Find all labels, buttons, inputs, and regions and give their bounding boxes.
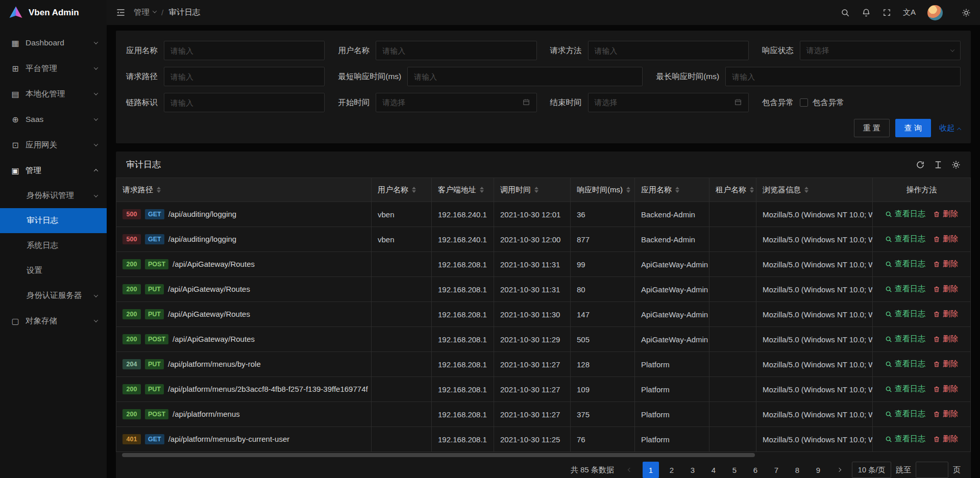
submenu-item-label: 系统日志 (27, 240, 97, 251)
page-button-2[interactable]: 2 (664, 462, 680, 478)
sort-icon[interactable] (412, 187, 416, 193)
filter-input-request-method[interactable] (588, 41, 749, 60)
jump-input[interactable] (916, 462, 948, 478)
sidebar-subitem-audit-log[interactable]: 审计日志 (0, 208, 107, 233)
view-log-button[interactable]: 查看日志 (885, 434, 925, 444)
delete-label: 删除 (943, 434, 958, 444)
column-header[interactable]: 租户名称 (709, 178, 756, 202)
page-button-6[interactable]: 6 (747, 462, 764, 478)
sidebar-item-gateway[interactable]: ⊡应用网关 (0, 132, 107, 158)
column-header[interactable]: 请求路径 (116, 178, 372, 202)
filter-input-user-name[interactable] (376, 41, 536, 60)
filter-input-trace-id[interactable] (164, 93, 325, 112)
view-log-button[interactable]: 查看日志 (885, 284, 925, 294)
prev-page-button[interactable] (622, 462, 638, 478)
delete-button[interactable]: 删除 (933, 259, 958, 269)
menu-fold-icon[interactable] (116, 8, 126, 17)
page-size-select[interactable]: 10 条/页 (852, 462, 891, 478)
sort-icon[interactable] (480, 187, 484, 193)
search-icon[interactable] (841, 8, 850, 17)
page-button-8[interactable]: 8 (789, 462, 805, 478)
sidebar-item-dashboard[interactable]: ▦Dashboard (0, 30, 107, 56)
sort-icon[interactable] (626, 187, 630, 193)
row-height-icon[interactable] (934, 160, 943, 169)
delete-button[interactable]: 删除 (933, 384, 958, 394)
sidebar-subitem-system-log[interactable]: 系统日志 (0, 233, 107, 258)
bell-icon[interactable] (862, 8, 871, 17)
view-log-button[interactable]: 查看日志 (885, 234, 925, 244)
reset-button[interactable]: 重 置 (854, 119, 890, 137)
sidebar-subitem-auth-server[interactable]: 身份认证服务器 (0, 283, 107, 308)
view-log-button[interactable]: 查看日志 (885, 384, 925, 394)
filter-date-start-time[interactable]: 请选择 (376, 93, 536, 112)
filter-date-end-time[interactable]: 请选择 (588, 93, 749, 112)
delete-button[interactable]: 删除 (933, 409, 958, 419)
sort-icon[interactable] (804, 187, 808, 193)
page-button-1[interactable]: 1 (643, 462, 659, 478)
sidebar-subitem-identity[interactable]: 身份标识管理 (0, 183, 107, 208)
delete-button[interactable]: 删除 (933, 309, 958, 319)
sort-icon[interactable] (750, 187, 754, 193)
column-header[interactable]: 用户名称 (372, 178, 432, 202)
logo[interactable]: Vben Admin (0, 0, 107, 25)
sidebar-item-management[interactable]: ▣管理 (0, 158, 107, 183)
query-button[interactable]: 查 询 (895, 119, 931, 137)
sort-icon[interactable] (675, 187, 679, 193)
view-log-button[interactable]: 查看日志 (885, 209, 925, 219)
include-exception-checkbox[interactable] (800, 98, 808, 107)
sidebar-item-object-storage[interactable]: ▢对象存储 (0, 308, 107, 334)
table-row: 204PUT/api/platform/menus/by-role192.168… (116, 352, 971, 377)
delete-button[interactable]: 删除 (933, 434, 958, 444)
next-page-button[interactable] (831, 462, 847, 478)
delete-button[interactable]: 删除 (933, 209, 958, 219)
view-log-label: 查看日志 (895, 234, 925, 244)
column-header[interactable]: 应用名称 (635, 178, 709, 202)
column-header[interactable]: 响应时间(ms) (571, 178, 635, 202)
filter-input-min-elapsed[interactable] (407, 67, 643, 86)
translate-icon[interactable]: 文A (903, 8, 916, 17)
settings-gear-icon[interactable] (962, 8, 971, 17)
page-button-5[interactable]: 5 (726, 462, 743, 478)
browser-info-cell: Mozilla/5.0 (Windows NT 10.0; Win (756, 377, 873, 402)
breadcrumb-item-manage[interactable]: 管理 (134, 7, 156, 18)
filter-input-max-elapsed[interactable] (725, 67, 961, 86)
horizontal-scrollbar[interactable] (116, 452, 971, 458)
page-button-3[interactable]: 3 (684, 462, 701, 478)
view-log-button[interactable]: 查看日志 (885, 409, 925, 419)
scrollbar-thumb[interactable] (122, 453, 755, 457)
column-header[interactable]: 操作方法 (873, 178, 971, 202)
filter-select-response-status[interactable]: 请选择 (800, 41, 961, 60)
filter-input-request-path[interactable] (164, 67, 325, 86)
avatar[interactable] (927, 5, 943, 20)
filter-input-app-name[interactable] (164, 41, 325, 60)
sidebar-item-saas[interactable]: ⊕Saas (0, 107, 107, 132)
topbar-actions: 文A (841, 5, 971, 20)
fullscreen-icon[interactable] (883, 8, 891, 17)
page-button-9[interactable]: 9 (810, 462, 826, 478)
sidebar-item-localization[interactable]: ▤本地化管理 (0, 81, 107, 107)
table-row: 200POST/api/platform/menus192.168.208.12… (116, 402, 971, 427)
sort-icon[interactable] (534, 187, 538, 193)
delete-button[interactable]: 删除 (933, 234, 958, 244)
filter-field-label: 包含异常 (762, 97, 794, 108)
view-log-button[interactable]: 查看日志 (885, 309, 925, 319)
page-button-4[interactable]: 4 (705, 462, 722, 478)
column-header[interactable]: 客户端地址 (432, 178, 494, 202)
checkbox-label: 包含异常 (813, 97, 844, 108)
column-header[interactable]: 调用时间 (494, 178, 571, 202)
view-log-button[interactable]: 查看日志 (885, 334, 925, 344)
column-header[interactable]: 浏览器信息 (756, 178, 873, 202)
delete-button[interactable]: 删除 (933, 284, 958, 294)
sidebar-item-platform[interactable]: ⊞平台管理 (0, 56, 107, 81)
sort-icon[interactable] (157, 187, 161, 193)
delete-button[interactable]: 删除 (933, 359, 958, 369)
submenu-item-label: 身份标识管理 (27, 190, 94, 201)
page-button-7[interactable]: 7 (768, 462, 785, 478)
sidebar-subitem-settings[interactable]: 设置 (0, 258, 107, 283)
delete-button[interactable]: 删除 (933, 334, 958, 344)
view-log-button[interactable]: 查看日志 (885, 259, 925, 269)
refresh-icon[interactable] (916, 160, 925, 169)
collapse-link[interactable]: 收起 (939, 123, 961, 133)
column-settings-icon[interactable] (951, 160, 961, 169)
view-log-button[interactable]: 查看日志 (885, 359, 925, 369)
